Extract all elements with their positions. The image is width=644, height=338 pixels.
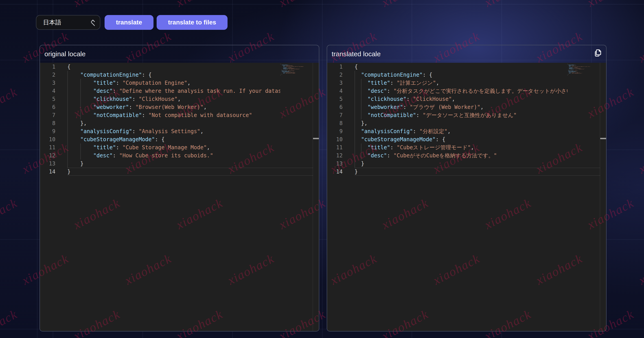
code-line: 4 "desc": "Define where the analysis tas… — [40, 87, 280, 95]
original-locale-header: original locale — [40, 45, 319, 63]
scrollbar-track[interactable] — [312, 63, 319, 331]
line-number: 5 — [40, 95, 67, 103]
chevron-up-down-icon — [89, 18, 97, 27]
code-area: 1{2 "computationEngine": {3 "title": "Co… — [40, 63, 280, 331]
line-number: 3 — [327, 79, 354, 87]
code-line: 1{ — [40, 63, 280, 71]
code-line: 13 } — [40, 160, 280, 168]
code-line: 7 "notCompatible": "Not compatible with … — [40, 111, 280, 119]
code-area: 1{2 "computationEngine": {3 "title": "計算… — [327, 63, 568, 331]
line-number: 4 — [40, 87, 67, 95]
translated-locale-header: translated locale — [327, 45, 606, 63]
line-number: 8 — [40, 119, 67, 127]
code-line: 13 } — [327, 160, 568, 168]
code-line: 4 "desc": "分析タスクがどこで実行されるかを定義します。データセットが… — [327, 87, 568, 95]
translate-button[interactable]: translate — [104, 15, 154, 30]
line-number: 9 — [327, 127, 354, 135]
scrollbar-grip[interactable] — [313, 138, 319, 139]
line-number: 13 — [40, 160, 67, 168]
code-line: 9 "analysisConfig": "分析設定", — [327, 127, 568, 135]
line-number: 6 — [327, 103, 354, 111]
line-number: 10 — [327, 135, 354, 144]
code-line: 2 "computationEngine": { — [40, 71, 280, 79]
code-line: 12 "desc": "How Cube store its cuboids." — [40, 152, 280, 160]
code-line: 9 "analysisConfig": "Analysis Settings", — [40, 127, 280, 135]
code-line: 5 "clickhouse": "ClickHouse", — [327, 95, 568, 103]
scrollbar-track[interactable] — [600, 63, 606, 331]
line-number: 7 — [327, 111, 354, 119]
code-line: 11 "title": "Cubeストレージ管理モード", — [327, 144, 568, 152]
code-line: 10 "cubeStorageManageMode": { — [327, 135, 568, 144]
code-line: 7 "notCompatible": "データソースと互換性がありません" — [327, 111, 568, 119]
code-line: 12 "desc": "CubeがそのCubeを格納する方法です。" — [327, 152, 568, 160]
line-number: 14 — [40, 168, 67, 176]
line-number: 1 — [327, 63, 354, 71]
minimap[interactable]: { "computationEngine": { "title": "計算エンジ… — [568, 63, 600, 331]
line-number: 6 — [40, 103, 67, 111]
line-number: 3 — [40, 79, 67, 87]
line-number: 5 — [327, 95, 354, 103]
line-number: 12 — [327, 152, 354, 160]
minimap[interactable]: { "computationEngine": { "title": "Compu… — [280, 63, 313, 331]
panel-title: original locale — [44, 50, 86, 58]
translated-locale-panel: translated locale 1{2 "computationEngine… — [327, 45, 606, 332]
line-number: 1 — [40, 63, 67, 71]
code-line: 11 "title": "Cube Storage Manage Mode", — [40, 144, 280, 152]
code-line: 1{ — [327, 63, 568, 71]
code-line: 3 "title": "Computation Engine", — [40, 79, 280, 87]
line-number: 11 — [40, 144, 67, 152]
copy-icon — [594, 49, 602, 58]
code-line: 2 "computationEngine": { — [327, 71, 568, 79]
code-line: 6 "webworker": "ブラウザ (Web Worker)", — [327, 103, 568, 111]
translated-locale-editor[interactable]: 1{2 "computationEngine": {3 "title": "計算… — [327, 63, 606, 331]
copy-button[interactable] — [594, 48, 602, 58]
code-line: 14} — [40, 168, 280, 176]
line-number: 9 — [40, 127, 67, 135]
line-number: 12 — [40, 152, 67, 160]
code-line: 10 "cubeStorageManageMode": { — [40, 135, 280, 144]
original-locale-panel: original locale 1{2 "computationEngine":… — [40, 45, 319, 332]
line-number: 2 — [327, 71, 354, 79]
code-line: 6 "webworker": "Browser(Web Worker)", — [40, 103, 280, 111]
line-number: 14 — [327, 168, 354, 176]
translate-to-files-button[interactable]: translate to files — [156, 15, 228, 30]
line-number: 10 — [40, 135, 67, 144]
line-number: 2 — [40, 71, 67, 79]
line-number: 8 — [327, 119, 354, 127]
original-locale-editor[interactable]: 1{2 "computationEngine": {3 "title": "Co… — [40, 63, 319, 331]
language-select[interactable]: 日本語 — [36, 15, 100, 30]
line-number: 4 — [327, 87, 354, 95]
code-line: 14} — [327, 168, 568, 176]
panel-title: translated locale — [332, 50, 380, 58]
line-number: 11 — [327, 144, 354, 152]
language-select-value: 日本語 — [43, 18, 61, 26]
line-number: 13 — [327, 160, 354, 168]
code-line: 3 "title": "計算エンジン", — [327, 79, 568, 87]
code-line: 8 }, — [40, 119, 280, 127]
code-line: 5 "clickhouse": "ClickHouse", — [40, 95, 280, 103]
code-line: 8 }, — [327, 119, 568, 127]
scrollbar-grip[interactable] — [600, 138, 606, 139]
line-number: 7 — [40, 111, 67, 119]
